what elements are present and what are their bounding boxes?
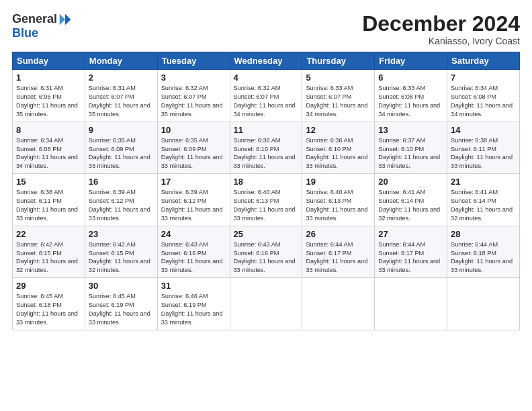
day-detail: Sunrise: 6:44 AMSunset: 6:17 PMDaylight:… — [306, 241, 367, 274]
day-detail: Sunrise: 6:32 AMSunset: 6:07 PMDaylight:… — [161, 85, 223, 118]
day-number: 22 — [16, 229, 81, 239]
day-number: 10 — [161, 125, 226, 135]
day-number: 6 — [378, 73, 443, 83]
calendar-cell: 21Sunrise: 6:41 AMSunset: 6:14 PMDayligh… — [447, 174, 520, 226]
day-detail: Sunrise: 6:38 AMSunset: 6:11 PMDaylight:… — [16, 189, 78, 222]
day-number: 1 — [16, 73, 81, 83]
day-detail: Sunrise: 6:41 AMSunset: 6:14 PMDaylight:… — [378, 189, 440, 222]
calendar-cell: 2Sunrise: 6:31 AMSunset: 6:07 PMDaylight… — [85, 70, 157, 122]
day-number: 18 — [234, 177, 299, 187]
day-detail: Sunrise: 6:31 AMSunset: 6:06 PMDaylight:… — [16, 85, 78, 118]
calendar-cell: 9Sunrise: 6:35 AMSunset: 6:09 PMDaylight… — [85, 122, 157, 174]
logo-general-text: General — [12, 12, 57, 26]
title-section: December 2024 Kaniasso, Ivory Coast — [362, 12, 520, 46]
calendar-header-row: SundayMondayTuesdayWednesdayThursdayFrid… — [13, 52, 520, 70]
day-detail: Sunrise: 6:38 AMSunset: 6:11 PMDaylight:… — [451, 137, 513, 170]
weekday-header: Friday — [375, 52, 447, 70]
calendar-cell: 22Sunrise: 6:42 AMSunset: 6:15 PMDayligh… — [13, 226, 85, 278]
calendar-cell: 13Sunrise: 6:37 AMSunset: 6:10 PMDayligh… — [375, 122, 447, 174]
day-number: 30 — [89, 281, 154, 291]
logo: General Blue — [12, 12, 72, 40]
day-detail: Sunrise: 6:32 AMSunset: 6:07 PMDaylight:… — [234, 85, 296, 118]
day-detail: Sunrise: 6:45 AMSunset: 6:18 PMDaylight:… — [16, 293, 78, 326]
day-detail: Sunrise: 6:34 AMSunset: 6:08 PMDaylight:… — [451, 85, 513, 118]
day-number: 29 — [16, 281, 81, 291]
day-number: 16 — [89, 177, 154, 187]
day-number: 15 — [16, 177, 81, 187]
day-detail: Sunrise: 6:31 AMSunset: 6:07 PMDaylight:… — [89, 85, 150, 118]
day-number: 13 — [378, 125, 443, 135]
day-number: 20 — [378, 177, 443, 187]
day-detail: Sunrise: 6:40 AMSunset: 6:13 PMDaylight:… — [306, 189, 367, 222]
calendar-cell: 28Sunrise: 6:44 AMSunset: 6:18 PMDayligh… — [447, 226, 520, 278]
day-number: 28 — [451, 229, 516, 239]
calendar-week-row: 22Sunrise: 6:42 AMSunset: 6:15 PMDayligh… — [13, 226, 520, 278]
weekday-header: Tuesday — [157, 52, 230, 70]
calendar-week-row: 1Sunrise: 6:31 AMSunset: 6:06 PMDaylight… — [13, 70, 520, 122]
calendar-cell: 10Sunrise: 6:35 AMSunset: 6:09 PMDayligh… — [157, 122, 230, 174]
day-number: 14 — [451, 125, 516, 135]
calendar-cell — [447, 278, 520, 330]
calendar-table: SundayMondayTuesdayWednesdayThursdayFrid… — [12, 52, 520, 330]
calendar-cell — [230, 278, 302, 330]
day-detail: Sunrise: 6:39 AMSunset: 6:12 PMDaylight:… — [89, 189, 150, 222]
location-title: Kaniasso, Ivory Coast — [362, 36, 520, 46]
day-number: 26 — [306, 229, 371, 239]
day-number: 31 — [161, 281, 226, 291]
day-detail: Sunrise: 6:36 AMSunset: 6:10 PMDaylight:… — [306, 137, 367, 170]
calendar-cell: 26Sunrise: 6:44 AMSunset: 6:17 PMDayligh… — [302, 226, 375, 278]
day-detail: Sunrise: 6:41 AMSunset: 6:14 PMDaylight:… — [451, 189, 513, 222]
day-detail: Sunrise: 6:44 AMSunset: 6:18 PMDaylight:… — [451, 241, 513, 274]
svg-marker-0 — [65, 13, 71, 25]
calendar-cell: 4Sunrise: 6:32 AMSunset: 6:07 PMDaylight… — [230, 70, 302, 122]
day-number: 25 — [234, 229, 299, 239]
logo-icon — [58, 13, 72, 26]
month-title: December 2024 — [362, 12, 520, 36]
day-detail: Sunrise: 6:40 AMSunset: 6:13 PMDaylight:… — [234, 189, 296, 222]
day-number: 9 — [89, 125, 154, 135]
day-detail: Sunrise: 6:43 AMSunset: 6:16 PMDaylight:… — [161, 241, 223, 274]
calendar-cell — [375, 278, 447, 330]
day-detail: Sunrise: 6:39 AMSunset: 6:12 PMDaylight:… — [161, 189, 223, 222]
day-detail: Sunrise: 6:35 AMSunset: 6:09 PMDaylight:… — [89, 137, 150, 170]
calendar-cell: 6Sunrise: 6:33 AMSunset: 6:08 PMDaylight… — [375, 70, 447, 122]
calendar-week-row: 15Sunrise: 6:38 AMSunset: 6:11 PMDayligh… — [13, 174, 520, 226]
day-number: 27 — [378, 229, 443, 239]
day-number: 8 — [16, 125, 81, 135]
day-number: 12 — [306, 125, 371, 135]
calendar-cell: 20Sunrise: 6:41 AMSunset: 6:14 PMDayligh… — [375, 174, 447, 226]
day-detail: Sunrise: 6:42 AMSunset: 6:15 PMDaylight:… — [89, 241, 150, 274]
logo-blue-text: Blue — [12, 26, 38, 40]
calendar-week-row: 8Sunrise: 6:34 AMSunset: 6:08 PMDaylight… — [13, 122, 520, 174]
header: General Blue December 2024 Kaniasso, Ivo… — [12, 12, 520, 46]
day-number: 11 — [234, 125, 299, 135]
day-detail: Sunrise: 6:36 AMSunset: 6:10 PMDaylight:… — [234, 137, 296, 170]
calendar-cell: 29Sunrise: 6:45 AMSunset: 6:18 PMDayligh… — [13, 278, 85, 330]
day-number: 23 — [89, 229, 154, 239]
calendar-cell: 31Sunrise: 6:46 AMSunset: 6:19 PMDayligh… — [157, 278, 230, 330]
calendar-cell: 27Sunrise: 6:44 AMSunset: 6:17 PMDayligh… — [375, 226, 447, 278]
day-number: 21 — [451, 177, 516, 187]
calendar-cell: 19Sunrise: 6:40 AMSunset: 6:13 PMDayligh… — [302, 174, 375, 226]
calendar-cell: 24Sunrise: 6:43 AMSunset: 6:16 PMDayligh… — [157, 226, 230, 278]
calendar-cell: 1Sunrise: 6:31 AMSunset: 6:06 PMDaylight… — [13, 70, 85, 122]
calendar-cell: 3Sunrise: 6:32 AMSunset: 6:07 PMDaylight… — [157, 70, 230, 122]
calendar-cell: 30Sunrise: 6:45 AMSunset: 6:19 PMDayligh… — [85, 278, 157, 330]
calendar-cell: 14Sunrise: 6:38 AMSunset: 6:11 PMDayligh… — [447, 122, 520, 174]
day-detail: Sunrise: 6:37 AMSunset: 6:10 PMDaylight:… — [378, 137, 440, 170]
day-detail: Sunrise: 6:43 AMSunset: 6:16 PMDaylight:… — [234, 241, 296, 274]
day-number: 4 — [234, 73, 299, 83]
day-number: 19 — [306, 177, 371, 187]
weekday-header: Sunday — [13, 52, 85, 70]
weekday-header: Wednesday — [230, 52, 302, 70]
calendar-cell — [302, 278, 375, 330]
calendar-week-row: 29Sunrise: 6:45 AMSunset: 6:18 PMDayligh… — [13, 278, 520, 330]
calendar-cell: 17Sunrise: 6:39 AMSunset: 6:12 PMDayligh… — [157, 174, 230, 226]
day-detail: Sunrise: 6:44 AMSunset: 6:17 PMDaylight:… — [378, 241, 440, 274]
weekday-header: Saturday — [447, 52, 520, 70]
day-detail: Sunrise: 6:33 AMSunset: 6:07 PMDaylight:… — [306, 85, 367, 118]
calendar-cell: 5Sunrise: 6:33 AMSunset: 6:07 PMDaylight… — [302, 70, 375, 122]
calendar-cell: 18Sunrise: 6:40 AMSunset: 6:13 PMDayligh… — [230, 174, 302, 226]
calendar-cell: 25Sunrise: 6:43 AMSunset: 6:16 PMDayligh… — [230, 226, 302, 278]
calendar-cell: 8Sunrise: 6:34 AMSunset: 6:08 PMDaylight… — [13, 122, 85, 174]
